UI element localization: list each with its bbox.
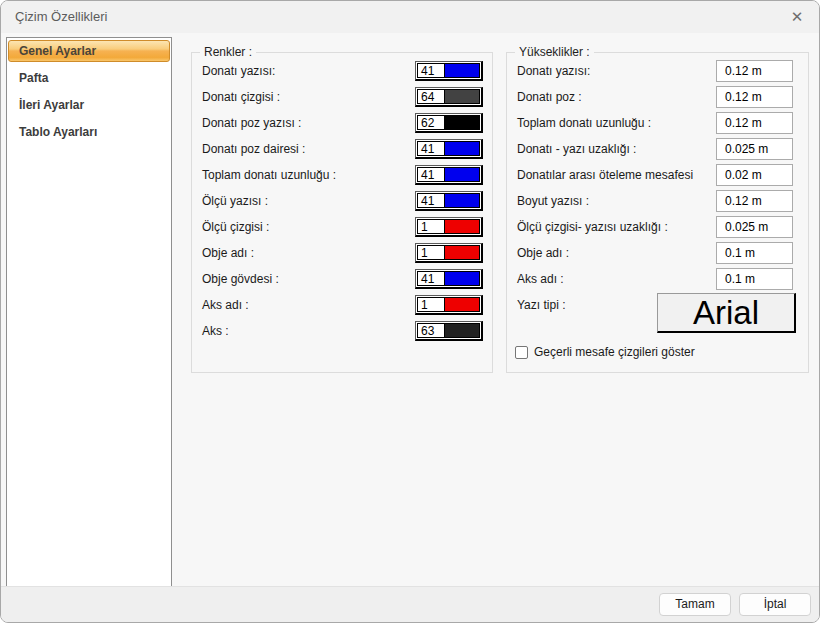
height-row-label: Toplam donatı uzunluğu : xyxy=(507,116,716,130)
color-picker-inner: 41 xyxy=(417,271,480,286)
color-row: Donatı yazısı:41 xyxy=(192,58,492,84)
color-picker-inner: 63 xyxy=(417,323,480,338)
sidebar-item-label: Genel Ayarlar xyxy=(19,44,96,58)
window-title: Çizim Özellikleri xyxy=(15,9,107,24)
color-picker-button[interactable]: 41 xyxy=(415,269,483,289)
color-number: 1 xyxy=(418,298,445,311)
color-number: 41 xyxy=(418,142,445,155)
height-field[interactable]: 0.025 m xyxy=(716,216,793,238)
color-picker-inner: 41 xyxy=(417,193,480,208)
heights-rows: Donatı yazısı:0.12 mDonatı poz :0.12 mTo… xyxy=(507,53,808,292)
height-field[interactable]: 0.12 m xyxy=(716,112,793,134)
color-row: Aks :63 xyxy=(192,318,492,344)
height-row: Boyut yazısı :0.12 m xyxy=(507,188,808,214)
color-picker-button[interactable]: 1 xyxy=(415,217,483,237)
color-picker-button[interactable]: 62 xyxy=(415,113,483,133)
height-row-label: Donatı - yazı uzaklığı : xyxy=(507,142,716,156)
colors-group: Renkler : Donatı yazısı:41Donatı çizgisi… xyxy=(191,52,493,373)
color-picker-button[interactable]: 41 xyxy=(415,165,483,185)
heights-group-title: Yükseklikler : xyxy=(515,45,594,59)
height-row-label: Boyut yazısı : xyxy=(507,194,716,208)
height-row: Ölçü çizgisi- yazısı uzaklığı :0.025 m xyxy=(507,214,808,240)
height-field[interactable]: 0.12 m xyxy=(716,190,793,212)
color-row-label: Donatı poz dairesi : xyxy=(192,142,415,156)
show-distance-lines-row: Geçerli mesafe çizgileri göster xyxy=(515,345,695,359)
sidebar-item-pill: İleri Ayarlar xyxy=(8,94,170,116)
color-row-label: Ölçü yazısı : xyxy=(192,194,415,208)
sidebar-item-label: İleri Ayarlar xyxy=(19,98,84,112)
title-bar: Çizim Özellikleri ✕ xyxy=(1,1,819,33)
show-distance-lines-checkbox[interactable] xyxy=(515,346,528,359)
settings-category-list: Genel AyarlarPaftaİleri AyarlarTablo Aya… xyxy=(6,37,172,587)
color-number: 1 xyxy=(418,220,445,233)
color-swatch xyxy=(445,246,479,259)
color-swatch xyxy=(445,194,479,207)
cancel-button[interactable]: İptal xyxy=(739,593,811,616)
color-row-label: Donatı yazısı: xyxy=(192,64,415,78)
color-picker-button[interactable]: 64 xyxy=(415,87,483,107)
color-picker-button[interactable]: 41 xyxy=(415,61,483,81)
height-row-label: Donatı yazısı: xyxy=(507,64,716,78)
color-picker-inner: 1 xyxy=(417,245,480,260)
color-picker-inner: 41 xyxy=(417,167,480,182)
color-picker-button[interactable]: 41 xyxy=(415,191,483,211)
sidebar-item-pill: Genel Ayarlar xyxy=(8,40,170,62)
color-row: Obje adı :1 xyxy=(192,240,492,266)
color-row-label: Ölçü çizgisi : xyxy=(192,220,415,234)
color-number: 63 xyxy=(418,324,445,337)
height-field[interactable]: 0.02 m xyxy=(716,164,793,186)
height-field[interactable]: 0.12 m xyxy=(716,86,793,108)
color-picker-button[interactable]: 63 xyxy=(415,321,483,341)
drawing-properties-dialog: Çizim Özellikleri ✕ Genel AyarlarPaftaİl… xyxy=(0,0,820,623)
color-swatch xyxy=(445,142,479,155)
color-picker-button[interactable]: 1 xyxy=(415,295,483,315)
sidebar-item-tablo-ayarlar[interactable]: Tablo Ayarları xyxy=(7,120,171,147)
font-select-button[interactable]: Arial xyxy=(657,293,796,333)
close-icon[interactable]: ✕ xyxy=(785,6,809,28)
sidebar-item-pafta[interactable]: Pafta xyxy=(7,66,171,93)
ok-button[interactable]: Tamam xyxy=(659,593,731,616)
color-row: Aks adı :1 xyxy=(192,292,492,318)
height-row-label: Ölçü çizgisi- yazısı uzaklığı : xyxy=(507,220,716,234)
color-picker-button[interactable]: 1 xyxy=(415,243,483,263)
height-field[interactable]: 0.12 m xyxy=(716,60,793,82)
color-swatch xyxy=(445,272,479,285)
dialog-footer: Tamam İptal xyxy=(1,586,819,622)
color-swatch xyxy=(445,168,479,181)
color-number: 41 xyxy=(418,168,445,181)
height-row-label: Donatılar arası öteleme mesafesi xyxy=(507,168,716,182)
height-row: Aks adı :0.1 m xyxy=(507,266,808,292)
color-row-label: Obje gövdesi : xyxy=(192,272,415,286)
color-swatch xyxy=(445,324,479,337)
height-field[interactable]: 0.025 m xyxy=(716,138,793,160)
height-field[interactable]: 0.1 m xyxy=(716,268,793,290)
color-row: Donatı çizgisi :64 xyxy=(192,84,492,110)
color-picker-inner: 41 xyxy=(417,141,480,156)
color-picker-button[interactable]: 41 xyxy=(415,139,483,159)
color-swatch xyxy=(445,64,479,77)
color-row: Donatı poz yazısı :62 xyxy=(192,110,492,136)
color-picker-inner: 1 xyxy=(417,297,480,312)
color-row: Obje gövdesi :41 xyxy=(192,266,492,292)
color-row-label: Aks : xyxy=(192,324,415,338)
color-number: 1 xyxy=(418,246,445,259)
height-field[interactable]: 0.1 m xyxy=(716,242,793,264)
color-picker-inner: 1 xyxy=(417,219,480,234)
sidebar-item-genel-ayarlar[interactable]: Genel Ayarlar xyxy=(7,39,171,66)
font-type-label: Yazı tipi : xyxy=(517,298,565,312)
color-row-label: Donatı poz yazısı : xyxy=(192,116,415,130)
color-picker-inner: 41 xyxy=(417,63,480,78)
height-row: Obje adı :0.1 m xyxy=(507,240,808,266)
sidebar-item-i-leri-ayarlar[interactable]: İleri Ayarlar xyxy=(7,93,171,120)
height-row: Donatı - yazı uzaklığı :0.025 m xyxy=(507,136,808,162)
color-row: Donatı poz dairesi :41 xyxy=(192,136,492,162)
color-swatch xyxy=(445,116,479,129)
height-row: Donatı poz :0.12 m xyxy=(507,84,808,110)
sidebar-item-label: Tablo Ayarları xyxy=(19,125,97,139)
color-number: 41 xyxy=(418,194,445,207)
colors-rows: Donatı yazısı:41Donatı çizgisi :64Donatı… xyxy=(192,53,492,344)
color-swatch xyxy=(445,220,479,233)
color-row-label: Aks adı : xyxy=(192,298,415,312)
color-row-label: Donatı çizgisi : xyxy=(192,90,415,104)
color-number: 41 xyxy=(418,64,445,77)
